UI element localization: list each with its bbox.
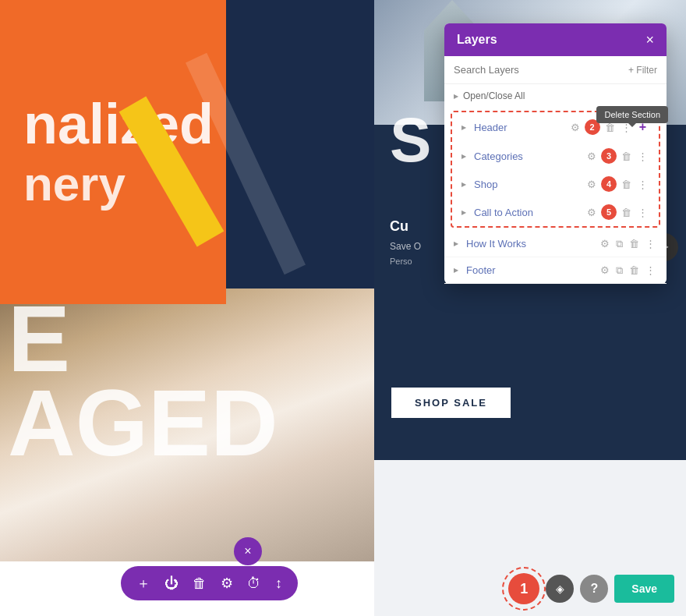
layers-open-close[interactable]: Open/Close All [444,84,667,108]
power-icon[interactable]: ⏻ [164,575,179,592]
arrow-icon-cta: ▶ [461,209,469,216]
how-actions: ⚙ ⧉ 🗑 ⋮ [599,237,657,250]
arrow-icon-shop: ▶ [461,181,469,188]
help-button[interactable]: ? [580,575,608,603]
layers-filter-button[interactable]: + Filter [628,65,657,76]
categories-actions: ⚙ 3 🗑 ⋮ [585,148,649,164]
footer-copy-icon[interactable]: ⧉ [614,264,624,277]
how-gear-icon[interactable]: ⚙ [599,237,611,250]
shop-trash-icon[interactable]: 🗑 [620,178,633,191]
cta-badge: 5 [601,204,617,220]
layer-item-shop[interactable]: ▶ Shop ⚙ 4 🗑 ⋮ [452,170,659,198]
history-icon[interactable]: ⏱ [247,575,261,592]
delete-section-tooltip: Delete Section [596,106,668,123]
layer-name-footer: Footer [466,264,599,276]
header-gear-icon[interactable]: ⚙ [569,121,582,134]
cta-more-icon[interactable]: ⋮ [636,206,649,219]
selected-layers-group: ▶ Header ⚙ 2 🗑 ⋮ + ▶ Categories ⚙ 3 🗑 ⋮ … [451,111,660,228]
bottom-right-controls: 1 ◈ ? Save [508,573,674,604]
large-letter-e: E [8,296,278,381]
settings-icon[interactable]: ⚙ [221,575,233,592]
how-more-icon[interactable]: ⋮ [644,237,657,250]
footer-trash-icon[interactable]: 🗑 [628,264,641,277]
content-person: Perso [390,257,421,266]
layers-stack-icon: ◈ [556,582,564,595]
question-mark-icon: ? [590,582,598,596]
layer-name-shop: Shop [474,179,585,190]
layer-name-header: Header [474,122,569,133]
footer-actions: ⚙ ⧉ 🗑 ⋮ [599,264,657,277]
delete-icon[interactable]: 🗑 [193,575,207,592]
dashed-circle-indicator [502,567,546,611]
layer-item-footer[interactable]: ▶ Footer ⚙ ⧉ 🗑 ⋮ [444,257,667,284]
cta-gear-icon[interactable]: ⚙ [585,206,598,219]
cta-actions: ⚙ 5 🗑 ⋮ [585,204,649,220]
right-preview-content: Cu Save O Perso [390,218,421,266]
arrow-icon-how: ▶ [454,240,461,247]
layer-name-cta: Call to Action [474,207,585,218]
layer-name-how: How It Works [466,238,599,250]
layer-item-cta[interactable]: ▶ Call to Action ⚙ 5 🗑 ⋮ [452,198,659,226]
categories-trash-icon[interactable]: 🗑 [620,150,633,163]
preview-large-letters: E AGED [0,296,278,465]
content-title: Cu [390,218,421,235]
sale-large-text: S [390,109,431,172]
add-section-icon[interactable]: ＋ [136,574,150,593]
layer-name-categories: Categories [474,150,585,162]
how-trash-icon[interactable]: 🗑 [628,237,641,250]
layers-close-button[interactable]: × [645,33,654,47]
arrow-icon-header: ▶ [461,124,469,131]
resize-icon[interactable]: ↕ [275,575,282,592]
close-module-button[interactable]: × [234,537,262,565]
content-save: Save O [390,241,421,252]
cta-trash-icon[interactable]: 🗑 [620,206,633,219]
bottom-toolbar: ＋ ⏻ 🗑 ⚙ ⏱ ↕ [121,566,298,600]
shop-sale-button[interactable]: SHOP SALE [390,386,512,420]
layers-panel-header: Layers × [444,23,667,56]
categories-gear-icon[interactable]: ⚙ [585,150,598,163]
footer-more-icon[interactable]: ⋮ [644,264,657,277]
shop-more-icon[interactable]: ⋮ [636,178,649,191]
arrow-icon-categories: ▶ [461,153,469,160]
step-badge-1[interactable]: 1 [508,573,539,604]
preview-orange-block: nalized nery [0,0,226,304]
layers-search-input[interactable] [454,64,622,76]
categories-badge: 3 [601,148,617,164]
footer-gear-icon[interactable]: ⚙ [599,264,611,277]
layers-title: Layers [457,33,497,47]
shop-gear-icon[interactable]: ⚙ [585,178,598,191]
shop-badge: 4 [601,176,617,192]
layers-toggle-button[interactable]: ◈ [546,575,574,603]
layer-item-how-it-works[interactable]: ▶ How It Works ⚙ ⧉ 🗑 ⋮ [444,231,667,257]
left-preview-panel: e nalized nery E AGED [0,0,374,616]
shop-actions: ⚙ 4 🗑 ⋮ [585,176,649,192]
categories-more-icon[interactable]: ⋮ [636,150,649,163]
layer-item-categories[interactable]: ▶ Categories ⚙ 3 🗑 ⋮ [452,142,659,170]
large-letter-aged: AGED [8,381,278,465]
layers-panel: Layers × + Filter Open/Close All Delete … [444,23,667,284]
how-copy-icon[interactable]: ⧉ [614,237,624,250]
layers-search-bar: + Filter [444,56,667,84]
preview-text-nalized: nalized [23,96,203,152]
save-button[interactable]: Save [614,575,674,603]
arrow-icon-footer: ▶ [454,267,461,274]
